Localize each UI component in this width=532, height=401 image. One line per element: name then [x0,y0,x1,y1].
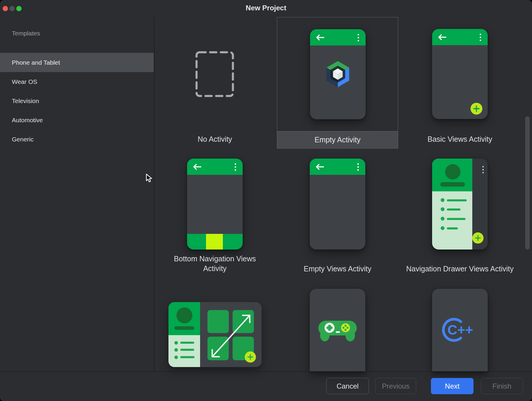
overflow-menu-icon [358,34,359,41]
back-arrow-icon [315,164,324,170]
sidebar-item-label: Generic [12,136,34,143]
sidebar-item-label: Wear OS [12,78,37,85]
previous-button[interactable]: Previous [375,378,416,394]
app-bar [432,29,488,45]
template-label: Bottom Navigation Views Activity [166,254,264,273]
template-label: Empty Activity [277,131,398,148]
mouse-cursor-icon [145,174,153,182]
finish-button[interactable]: Finish [481,378,523,394]
template-label: No Activity [168,134,262,144]
sidebar-item-television[interactable]: Television [0,91,154,110]
phone-mockup [432,159,488,250]
bottom-nav-bar-icon [187,234,243,250]
avatar [445,164,460,180]
template-card-responsive-views[interactable] [168,302,262,367]
back-arrow-icon [437,34,446,40]
back-arrow-icon [315,34,324,41]
phone-mockup [310,159,365,250]
fab-plus-icon [471,103,482,115]
phone-mockup: C++ [432,289,488,371]
sidebar-item-label: Phone and Tablet [12,59,60,66]
phone-mockup [432,29,488,119]
dashed-placeholder-icon [195,51,234,97]
fab-plus-icon [472,232,484,244]
app-bar [187,159,243,175]
game-controller-icon [318,319,357,343]
avatar [176,307,192,323]
cpp-logo-icon: C++ [441,317,479,343]
next-button[interactable]: Next [431,378,473,394]
template-label: Empty Views Activity [290,264,385,274]
templates-header: Templates [12,30,40,37]
template-label: Basic Views Activity [413,134,507,144]
overflow-menu-icon [480,34,481,41]
vertical-scrollbar-thumb[interactable] [525,116,530,250]
sidebar-item-label: Television [12,97,39,105]
back-arrow-icon [192,164,201,170]
nav-drawer-icon [432,159,472,250]
sidebar-item-label: Automotive [12,117,43,124]
app-bar [310,29,366,45]
sidebar-item-phone-and-tablet[interactable]: Phone and Tablet [0,53,154,72]
phone-mockup [310,29,366,119]
fab-plus-icon [245,351,256,363]
overflow-menu-icon [235,163,236,171]
phone-mockup [187,159,243,250]
cancel-button[interactable]: Cancel [326,378,369,394]
app-bar [310,159,365,175]
template-card-empty-activity[interactable]: Empty Activity [277,17,398,149]
phone-mockup [310,289,365,371]
svg-text:C++: C++ [447,322,473,338]
new-project-dialog: New Project Templates Phone and Tablet W… [0,0,532,401]
dialog-title: New Project [0,4,532,12]
overflow-menu-icon [482,166,484,173]
template-label: Navigation Drawer Views Activity [398,264,522,274]
sidebar-divider [154,17,155,371]
footer-separator [0,371,532,372]
titlebar: New Project [0,0,532,18]
jetpack-compose-logo-icon [324,60,352,88]
sidebar-item-wear-os[interactable]: Wear OS [0,72,154,91]
sidebar-item-generic[interactable]: Generic [0,130,154,149]
sidebar-item-automotive[interactable]: Automotive [0,110,154,130]
overflow-menu-icon [357,163,359,171]
